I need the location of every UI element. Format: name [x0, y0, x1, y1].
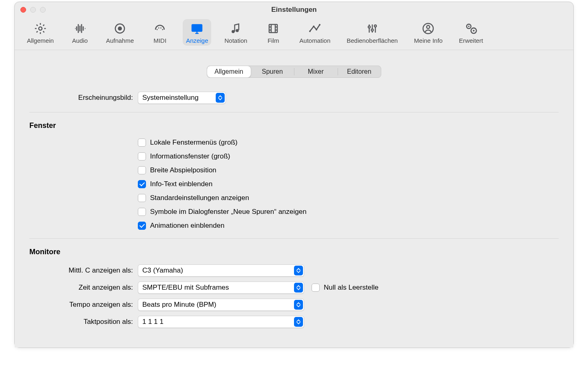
svg-point-5 — [161, 27, 162, 29]
checkbox-label: Info-Text einblenden — [150, 180, 212, 188]
tab-label: Editoren — [347, 68, 371, 75]
checkbox-row-local-menus: Lokale Fenstermenüs (groß) — [29, 136, 559, 150]
tab-tracks[interactable]: Spuren — [251, 66, 294, 77]
checkbox-label: Standardeinstellungen anzeigen — [150, 194, 249, 202]
svg-point-3 — [157, 29, 158, 30]
toolbar-item-advanced[interactable]: Erweitert — [455, 19, 486, 46]
checkbox-label: Informationsfenster (groß) — [150, 152, 230, 161]
appearance-label: Erscheinungsbild: — [29, 94, 138, 102]
tempo-value: Beats pro Minute (BPM) — [142, 301, 291, 309]
tab-label: Allgemein — [214, 68, 243, 75]
toolbar-item-control-surfaces[interactable]: Bedienoberflächen — [343, 19, 401, 46]
checkbox-label: Symbole im Dialogfenster „Neue Spuren“ a… — [150, 208, 307, 216]
zoom-button[interactable] — [40, 7, 46, 13]
close-button[interactable] — [20, 7, 26, 13]
popup-stepper-icon — [216, 93, 225, 103]
toolbar-item-automation[interactable]: Automation — [296, 19, 334, 46]
checkbox-show-defaults[interactable] — [138, 194, 146, 202]
middle-c-label: Mittl. C anzeigen als: — [29, 266, 138, 275]
svg-rect-7 — [192, 25, 202, 31]
tempo-label: Tempo anzeigen als: — [29, 301, 138, 309]
checkbox-wide-playhead[interactable] — [138, 166, 146, 174]
toolbar-item-film[interactable]: Film — [260, 19, 286, 46]
tab-editors[interactable]: Editoren — [338, 66, 381, 77]
toolbar-label: Bedienoberflächen — [347, 37, 398, 44]
sub-tabs: Allgemein Spuren Mixer Editoren — [207, 66, 381, 78]
gear-icon — [33, 22, 47, 35]
window-title: Einstellungen — [15, 6, 573, 14]
checkbox-label: Breite Abspielposition — [150, 166, 217, 174]
separator — [29, 238, 559, 239]
window-controls — [20, 7, 46, 13]
svg-point-12 — [313, 26, 315, 27]
svg-point-9 — [236, 29, 239, 32]
popup-stepper-icon — [294, 266, 303, 275]
checkbox-zero-as-blank[interactable] — [312, 284, 320, 292]
middle-c-value: C3 (Yamaha) — [142, 266, 291, 275]
popup-stepper-icon — [294, 300, 303, 310]
checkbox-row-new-tracks-icons: Symbole im Dialogfenster „Neue Spuren“ a… — [29, 205, 559, 219]
tempo-popup[interactable]: Beats pro Minute (BPM) — [138, 299, 304, 311]
toolbar-label: Film — [267, 37, 279, 44]
checkbox-show-info[interactable] — [138, 180, 146, 188]
tab-mixer[interactable]: Mixer — [294, 66, 338, 77]
svg-point-16 — [371, 29, 373, 31]
toolbar-label: Aufnahme — [106, 37, 134, 44]
checkbox-info-window[interactable] — [138, 152, 146, 161]
section-windows-header: Fenster — [29, 121, 559, 130]
position-popup[interactable]: 1 1 1 1 — [138, 316, 304, 328]
checkbox-new-tracks-icons[interactable] — [138, 208, 146, 216]
svg-point-19 — [427, 26, 430, 29]
middle-c-popup[interactable]: C3 (Yamaha) — [138, 264, 304, 277]
tab-label: Mixer — [308, 68, 324, 75]
content-area: Allgemein Spuren Mixer Editoren Erschein… — [15, 50, 573, 348]
checkbox-row-show-info: Info-Text einblenden — [29, 177, 559, 191]
notation-icon — [229, 22, 243, 35]
toolbar-label: Anzeige — [186, 37, 208, 44]
toolbar: Allgemein Audio Aufnahme MIDI Anzeige — [15, 18, 573, 50]
middle-c-row: Mittl. C anzeigen als: C3 (Yamaha) — [29, 262, 559, 279]
tab-label: Spuren — [262, 68, 283, 75]
time-label: Zeit anzeigen als: — [29, 284, 138, 292]
svg-point-21 — [468, 26, 469, 27]
svg-point-23 — [473, 30, 475, 31]
position-label: Taktposition als: — [29, 318, 138, 326]
separator — [29, 112, 559, 112]
toolbar-label: Notation — [224, 37, 247, 44]
svg-point-14 — [319, 24, 321, 26]
checkbox-show-anim[interactable] — [138, 222, 146, 230]
toolbar-item-display[interactable]: Anzeige — [183, 19, 211, 46]
time-popup[interactable]: SMPTE/EBU mit Subframes — [138, 282, 304, 294]
checkbox-row-info-window: Informationsfenster (groß) — [29, 150, 559, 163]
tab-general[interactable]: Allgemein — [207, 66, 251, 77]
toolbar-label: Audio — [72, 37, 88, 44]
toolbar-item-my-info[interactable]: Meine Info — [411, 19, 446, 46]
appearance-popup[interactable]: Systemeinstellung — [138, 92, 226, 104]
toolbar-item-notation[interactable]: Notation — [221, 19, 250, 46]
display-icon — [190, 22, 204, 35]
popup-stepper-icon — [294, 317, 303, 327]
titlebar: Einstellungen — [15, 2, 573, 18]
position-value: 1 1 1 1 — [142, 318, 291, 326]
time-value: SMPTE/EBU mit Subframes — [142, 284, 291, 292]
section-monitors-header: Monitore — [29, 248, 559, 256]
svg-point-2 — [118, 26, 122, 31]
toolbar-item-general[interactable]: Allgemein — [24, 19, 57, 46]
checkbox-local-menus[interactable] — [138, 139, 146, 147]
zero-as-blank-row: Null als Leerstelle — [312, 284, 378, 292]
svg-point-13 — [316, 29, 317, 31]
toolbar-item-audio[interactable]: Audio — [67, 19, 93, 46]
minimize-button[interactable] — [30, 7, 36, 13]
film-icon — [266, 22, 280, 35]
toolbar-label: Allgemein — [27, 37, 54, 44]
toolbar-item-midi[interactable]: MIDI — [147, 19, 173, 46]
toolbar-item-recording[interactable]: Aufnahme — [103, 19, 137, 46]
record-icon — [113, 22, 127, 35]
toolbar-label: Automation — [299, 37, 330, 44]
checkbox-label: Null als Leerstelle — [324, 284, 378, 292]
checkbox-row-show-defaults: Standardeinstellungen anzeigen — [29, 191, 559, 205]
appearance-value: Systemeinstellung — [142, 94, 212, 102]
appearance-row: Erscheinungsbild: Systemeinstellung — [29, 89, 559, 106]
automation-icon — [308, 22, 322, 35]
checkbox-label: Animationen einblenden — [150, 222, 224, 230]
